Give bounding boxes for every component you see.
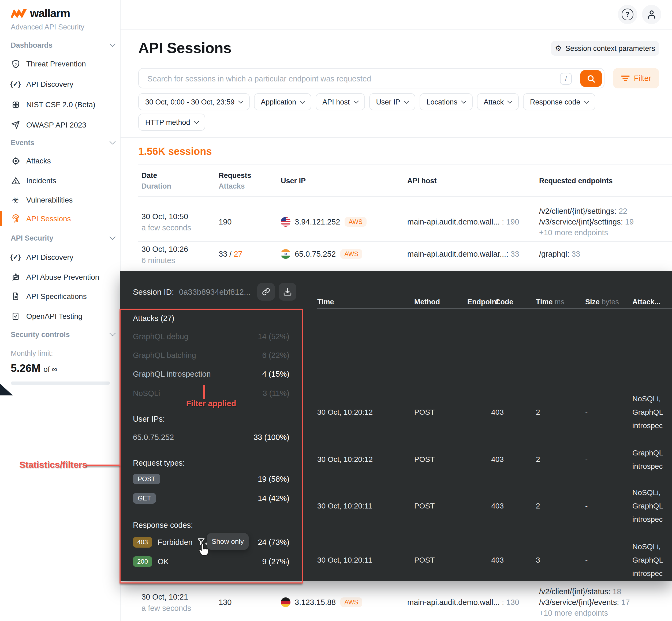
brand-name: wallarm xyxy=(30,7,70,20)
status-badge-200: 200 xyxy=(133,556,152,567)
sidebar-item-api-sessions[interactable]: API Sessions xyxy=(11,212,117,225)
hand-cursor xyxy=(198,543,210,557)
search-container: / xyxy=(138,68,604,88)
show-only-button[interactable]: Show only xyxy=(207,533,249,550)
gear-icon: ⚙ xyxy=(555,44,561,52)
robot-icon xyxy=(11,272,20,282)
session-id-value: 0a33b8934ebf812... xyxy=(179,287,251,296)
annotation-tick xyxy=(203,385,204,399)
clipboard-check-icon xyxy=(11,311,20,321)
chevron-down-icon xyxy=(353,98,359,104)
filter-chip-row-1: 30 Oct, 0:00 - 30 Oct, 23:59 Application… xyxy=(138,93,595,110)
annotation-filter-applied: Filter applied xyxy=(181,399,241,408)
link-icon xyxy=(261,287,270,296)
search-input[interactable] xyxy=(146,69,545,89)
annotation-statistics-filters: Statistics/filters xyxy=(19,460,87,470)
stat-row-nosqli[interactable]: NoSQLi3 (11%) xyxy=(133,389,289,398)
copy-link-button[interactable] xyxy=(257,283,275,301)
filter-chip-application[interactable]: Application xyxy=(254,93,311,110)
request-types-title: Request types: xyxy=(133,459,184,467)
more-endpoints-link[interactable]: +10 more endpoints xyxy=(539,228,608,237)
stat-row-graphql-debug[interactable]: GraphQL debug14 (52%) xyxy=(133,332,289,341)
sidebar-item-api-specifications[interactable]: API Specifications xyxy=(11,290,117,303)
filter-chip-http-method[interactable]: HTTP method xyxy=(138,114,205,131)
stat-row-get[interactable]: GET 14 (42%) xyxy=(133,493,289,504)
wallarm-logo-icon xyxy=(11,8,27,19)
cloud-badge: AWS xyxy=(344,217,367,226)
session-detail-overlay: Session ID: 0a33b8934ebf812... Attacks (… xyxy=(120,271,672,581)
search-button[interactable] xyxy=(580,70,602,87)
download-button[interactable] xyxy=(279,283,296,301)
stat-row-user-ip[interactable]: 65.0.75.25233 (100%) xyxy=(133,433,289,442)
warning-triangle-icon xyxy=(11,176,20,185)
sidebar-section-api-security[interactable]: API Security xyxy=(11,232,115,244)
active-item-indicator xyxy=(0,211,2,226)
sidebar-item-openapi-testing[interactable]: OpenAPI Testing xyxy=(11,310,117,323)
filter-chip-attack[interactable]: Attack xyxy=(477,93,519,110)
stat-row-graphql-introspection[interactable]: GraphQL introspection4 (15%) xyxy=(133,370,289,378)
filter-chip-date-range[interactable]: 30 Oct, 0:00 - 30 Oct, 23:59 xyxy=(138,93,249,110)
biohazard-icon: ☣ xyxy=(11,195,20,205)
chevron-down-icon xyxy=(300,98,305,104)
sidebar-item-vulnerabilities[interactable]: ☣ Vulnerabilities xyxy=(11,194,117,206)
response-codes-title: Response codes: xyxy=(133,521,193,529)
chevron-down-icon xyxy=(238,98,243,104)
dk-col-endpoint: Endpoint xyxy=(467,298,499,306)
user-profile-button[interactable] xyxy=(642,5,661,24)
paper-plane-icon xyxy=(11,120,20,130)
col-header-attacks: Attacks xyxy=(219,182,245,190)
user-ips-title: User IPs: xyxy=(133,415,165,423)
filter-button[interactable]: Filter xyxy=(613,68,659,88)
session-context-parameters-button[interactable]: ⚙ Session context parameters xyxy=(551,41,659,56)
chevron-down-icon xyxy=(404,98,409,104)
help-button[interactable]: ? xyxy=(618,5,637,24)
sidebar-item-incidents[interactable]: Incidents xyxy=(11,174,117,187)
corner-artifact xyxy=(0,384,13,396)
attacks-stats-title: Attacks (27) xyxy=(133,314,174,323)
dk-col-attack: Attack... xyxy=(632,298,661,306)
document-icon xyxy=(11,291,20,301)
sidebar-item-api-abuse-prevention[interactable]: API Abuse Prevention xyxy=(11,271,117,283)
germany-flag-icon xyxy=(281,597,290,607)
col-header-duration: Duration xyxy=(141,182,171,190)
col-header-api-host: API host xyxy=(407,177,437,185)
app-root: wallarm Advanced API Security Dashboards… xyxy=(0,0,672,621)
sidebar-section-dashboards[interactable]: Dashboards xyxy=(11,39,115,51)
filter-chip-locations[interactable]: Locations xyxy=(419,93,472,110)
india-flag-icon xyxy=(281,249,290,259)
crosshair-icon xyxy=(11,156,20,166)
sidebar-item-threat-prevention[interactable]: Threat Prevention xyxy=(11,57,117,70)
sidebar-item-nist-csf[interactable]: NIST CSF 2.0 (Beta) xyxy=(11,98,117,111)
chevron-down-icon xyxy=(110,41,116,47)
download-icon xyxy=(283,287,292,296)
braces-icon: {✓} xyxy=(11,252,20,262)
stat-row-200[interactable]: 200 OK 9 (27%) xyxy=(133,556,289,567)
sidebar-section-security-controls[interactable]: Security controls xyxy=(11,328,115,340)
help-icon: ? xyxy=(622,9,633,20)
dk-col-time-ms: Time ms xyxy=(536,298,564,306)
clover-icon xyxy=(11,100,20,109)
chevron-down-icon xyxy=(584,98,589,104)
dk-col-size: Size bytes xyxy=(585,298,619,306)
filter-chip-user-ip[interactable]: User IP xyxy=(369,93,415,110)
more-endpoints-link[interactable]: +10 more endpoints xyxy=(539,609,608,617)
sidebar-item-attacks[interactable]: Attacks xyxy=(11,154,117,167)
filter-chip-api-host[interactable]: API host xyxy=(316,93,365,110)
filter-chip-row-2: HTTP method xyxy=(138,114,205,131)
filter-chip-response-code[interactable]: Response code xyxy=(523,93,595,110)
cloud-badge: AWS xyxy=(340,249,363,259)
chevron-down-icon xyxy=(110,234,116,240)
stat-row-post[interactable]: POST 19 (58%) xyxy=(133,474,289,484)
sidebar-item-api-discovery[interactable]: {✓} API Discovery xyxy=(11,78,117,90)
stat-row-graphql-batching[interactable]: GraphQL batching6 (22%) xyxy=(133,351,289,360)
status-badge-403: 403 xyxy=(133,537,152,548)
col-header-requests: Requests xyxy=(219,171,251,179)
sidebar-item-api-discovery-2[interactable]: {✓} API Discovery xyxy=(11,251,117,263)
sidebar-section-events[interactable]: Events xyxy=(11,137,115,149)
us-flag-icon xyxy=(281,217,290,226)
fingerprint-icon xyxy=(11,214,20,223)
col-header-date: Date xyxy=(141,171,157,179)
page-title: API Sessions xyxy=(138,40,232,57)
chevron-down-icon xyxy=(507,98,513,104)
sidebar-item-owasp-api[interactable]: OWASP API 2023 xyxy=(11,118,117,131)
